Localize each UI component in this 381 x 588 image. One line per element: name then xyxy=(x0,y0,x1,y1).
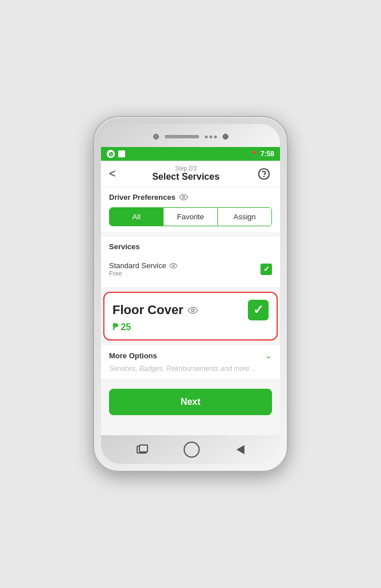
floor-cover-price: ₱ 25 xyxy=(112,322,269,332)
sensor-dot-2 xyxy=(209,136,212,138)
support-icon[interactable] xyxy=(256,166,272,182)
sensor-dot-1 xyxy=(205,136,208,138)
status-right-icons: 📍 7:58 xyxy=(250,150,274,158)
scroll-content: Driver Preferences All Favorite Assign xyxy=(101,187,280,435)
phone-top-hardware xyxy=(101,124,280,147)
sensor-dot-3 xyxy=(214,136,217,138)
standard-service-eye-icon xyxy=(169,263,177,269)
more-options-label: More Options xyxy=(109,351,157,360)
services-label: Services xyxy=(109,242,272,251)
phone-screen: 📍 7:58 < Step 2/3 Select Services xyxy=(101,124,280,464)
driver-preference-tabs: All Favorite Assign xyxy=(109,207,272,226)
step-label: Step 2/3 xyxy=(116,165,256,172)
home-button[interactable] xyxy=(184,442,200,458)
next-button[interactable]: Next xyxy=(109,389,272,415)
back-button[interactable]: < xyxy=(109,167,116,180)
front-camera xyxy=(153,134,159,140)
svg-point-2 xyxy=(182,196,185,199)
phone-bottom-hardware xyxy=(101,435,280,464)
floor-cover-name: Floor Cover xyxy=(112,303,198,318)
speaker-grille xyxy=(165,135,199,138)
floor-cover-checkbox[interactable] xyxy=(248,300,269,320)
sensor-dots xyxy=(205,136,217,138)
standard-service-price: Free xyxy=(109,270,177,277)
driver-preferences-section: Driver Preferences All Favorite Assign xyxy=(101,187,280,232)
recents-button[interactable] xyxy=(137,446,147,454)
phone-shell: 📍 7:58 < Step 2/3 Select Services xyxy=(93,116,288,472)
location-pin-icon: 📍 xyxy=(250,150,258,158)
standard-service-info: Standard Service Free xyxy=(109,261,177,277)
back-nav-button[interactable] xyxy=(236,445,244,454)
header-center: Step 2/3 Select Services xyxy=(116,165,256,182)
next-btn-container: Next xyxy=(101,383,280,421)
status-time: 7:58 xyxy=(261,150,274,158)
standard-service-name: Standard Service xyxy=(109,261,177,270)
app-header: < Step 2/3 Select Services xyxy=(101,161,280,187)
floor-cover-eye-icon xyxy=(188,307,198,314)
floor-cover-top: Floor Cover xyxy=(112,300,269,320)
app-screen: 📍 7:58 < Step 2/3 Select Services xyxy=(101,147,280,435)
more-options-placeholder: Services, Badges, Reimbursements and mor… xyxy=(109,365,272,373)
eye-icon xyxy=(179,194,188,200)
status-left-icons xyxy=(107,150,125,158)
chevron-down-icon: ⌄ xyxy=(265,351,272,360)
more-options-section: More Options ⌄ Services, Badges, Reimbur… xyxy=(101,345,280,378)
notification-icon xyxy=(118,150,125,157)
status-bar: 📍 7:58 xyxy=(101,147,280,161)
svg-point-4 xyxy=(192,309,195,312)
camera-lens xyxy=(223,134,228,140)
more-options-header[interactable]: More Options ⌄ xyxy=(109,351,272,360)
floor-cover-card: Floor Cover ₱ 25 xyxy=(103,292,278,341)
page-title: Select Services xyxy=(116,172,256,182)
tab-assign[interactable]: Assign xyxy=(218,208,271,226)
services-section: Services Standard Service Free xyxy=(101,237,280,287)
driver-preferences-label: Driver Preferences xyxy=(109,193,272,202)
svg-point-1 xyxy=(264,176,265,177)
tab-favorite[interactable]: Favorite xyxy=(164,208,217,226)
tab-all[interactable]: All xyxy=(110,208,164,226)
whatsapp-icon xyxy=(107,150,115,158)
standard-service-item: Standard Service Free xyxy=(109,257,272,281)
svg-point-3 xyxy=(172,265,174,267)
standard-service-checkbox[interactable] xyxy=(261,264,272,275)
